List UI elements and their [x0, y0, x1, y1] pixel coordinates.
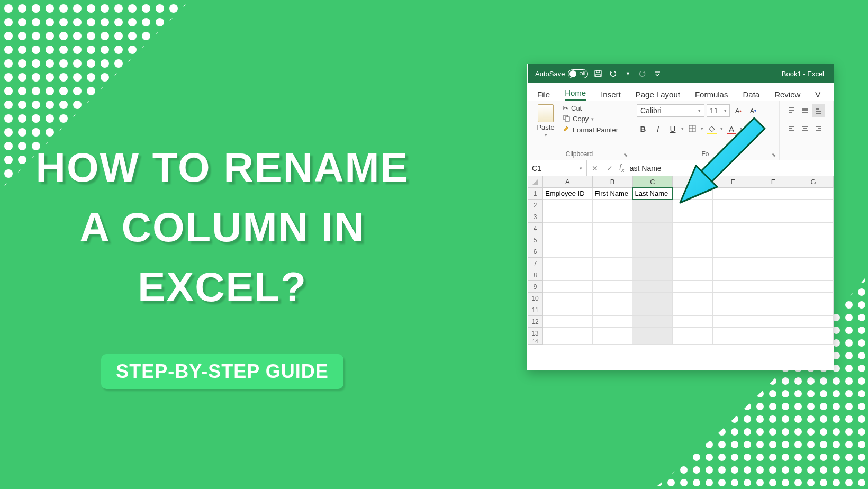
row-header[interactable]: 2 — [528, 200, 543, 211]
autosave-toggle[interactable]: AutoSave Off — [535, 69, 588, 78]
align-bottom-icon[interactable] — [812, 104, 825, 117]
ribbon-tab-review[interactable]: Review — [774, 90, 800, 101]
cell[interactable] — [543, 328, 592, 339]
cell[interactable] — [593, 211, 633, 223]
row-header[interactable]: 6 — [528, 246, 543, 258]
cell[interactable] — [793, 223, 834, 234]
cell[interactable] — [593, 234, 633, 246]
bold-button[interactable]: B — [637, 122, 649, 135]
cell[interactable] — [713, 304, 753, 316]
align-middle-icon[interactable] — [799, 104, 811, 117]
toggle-switch[interactable]: Off — [568, 69, 588, 78]
chevron-down-icon[interactable]: ▾ — [720, 126, 723, 131]
cell[interactable] — [593, 304, 633, 316]
cell[interactable] — [713, 269, 753, 281]
cell[interactable] — [593, 269, 633, 281]
row-header[interactable]: 13 — [528, 328, 543, 339]
row-header[interactable]: 12 — [528, 316, 543, 328]
cell[interactable] — [713, 188, 753, 200]
cell[interactable] — [543, 293, 592, 304]
cell[interactable] — [543, 234, 592, 246]
column-header-G[interactable]: G — [793, 176, 834, 188]
cell[interactable] — [673, 328, 713, 339]
column-header-B[interactable]: B — [593, 176, 633, 188]
column-header-E[interactable]: E — [713, 176, 753, 188]
cell[interactable] — [793, 339, 834, 345]
row-header[interactable]: 8 — [528, 269, 543, 281]
cell[interactable] — [713, 316, 753, 328]
cell[interactable] — [593, 223, 633, 234]
cell[interactable] — [673, 281, 713, 293]
cell[interactable] — [713, 293, 753, 304]
column-header-A[interactable]: A — [543, 176, 592, 188]
spreadsheet-grid[interactable]: ABCDEFG1Employee IDFirst NameLast Name23… — [528, 176, 834, 345]
cell[interactable] — [673, 339, 713, 345]
cell[interactable] — [673, 188, 713, 200]
dialog-launcher-icon[interactable]: ⬊ — [772, 152, 776, 158]
chevron-down-icon[interactable]: ▾ — [740, 126, 743, 131]
cell[interactable] — [753, 223, 793, 234]
cell[interactable] — [793, 258, 834, 269]
cell[interactable] — [593, 293, 633, 304]
column-header-D[interactable]: D — [673, 176, 713, 188]
cell[interactable] — [753, 281, 793, 293]
cell[interactable] — [632, 281, 673, 293]
fx-icon[interactable]: fx — [617, 163, 627, 173]
underline-button[interactable]: U — [666, 122, 679, 135]
redo-icon[interactable] — [638, 69, 647, 78]
cell[interactable] — [753, 316, 793, 328]
row-header[interactable]: 7 — [528, 258, 543, 269]
cell[interactable] — [713, 211, 753, 223]
cell[interactable] — [753, 269, 793, 281]
cell[interactable] — [673, 304, 713, 316]
cell[interactable] — [753, 188, 793, 200]
cell[interactable] — [543, 211, 592, 223]
cell[interactable] — [543, 304, 592, 316]
cell[interactable] — [593, 246, 633, 258]
align-top-icon[interactable] — [785, 104, 798, 117]
chevron-down-icon[interactable]: ▼ — [623, 69, 632, 78]
italic-button[interactable]: I — [652, 122, 664, 135]
cell[interactable]: Employee ID — [543, 188, 592, 200]
ribbon-tab-insert[interactable]: Insert — [601, 90, 621, 101]
cell[interactable] — [793, 234, 834, 246]
fill-color-button[interactable]: ◇ — [706, 122, 718, 135]
align-center-icon[interactable] — [799, 122, 811, 135]
cell[interactable] — [632, 316, 673, 328]
undo-icon[interactable] — [608, 69, 618, 78]
font-size-select[interactable]: 11 ▾ — [707, 104, 730, 117]
cell[interactable] — [793, 188, 834, 200]
row-header[interactable]: 1 — [528, 188, 543, 200]
cell[interactable] — [753, 328, 793, 339]
cancel-formula-icon[interactable]: ✕ — [587, 164, 602, 173]
font-name-select[interactable]: Calibri ▾ — [637, 104, 704, 117]
cell[interactable] — [632, 223, 673, 234]
cell[interactable] — [593, 316, 633, 328]
cut-button[interactable]: ✂ Cut — [563, 104, 618, 112]
column-header-C[interactable]: C — [633, 176, 673, 188]
select-all-corner[interactable] — [528, 176, 543, 188]
cell[interactable] — [632, 200, 673, 211]
cell[interactable] — [673, 223, 713, 234]
cell[interactable] — [632, 304, 673, 316]
cell[interactable] — [593, 328, 633, 339]
cell[interactable] — [753, 211, 793, 223]
cell[interactable] — [673, 234, 713, 246]
cell[interactable] — [713, 339, 753, 345]
cell[interactable] — [673, 316, 713, 328]
cell[interactable] — [793, 304, 834, 316]
cell[interactable] — [543, 339, 592, 345]
cell[interactable] — [673, 246, 713, 258]
ribbon-tab-page-layout[interactable]: Page Layout — [636, 90, 680, 101]
cell[interactable] — [753, 200, 793, 211]
cell[interactable] — [673, 258, 713, 269]
ribbon-tab-home[interactable]: Home — [565, 88, 586, 101]
cell[interactable]: First Name — [593, 188, 633, 200]
ribbon-tab-v[interactable]: V — [815, 90, 820, 101]
cell[interactable] — [673, 211, 713, 223]
cell[interactable] — [793, 316, 834, 328]
increase-font-icon[interactable]: A▴ — [732, 104, 745, 117]
align-right-icon[interactable] — [812, 122, 825, 135]
decrease-font-icon[interactable]: A▾ — [747, 104, 760, 117]
ribbon-tab-formulas[interactable]: Formulas — [695, 90, 728, 101]
